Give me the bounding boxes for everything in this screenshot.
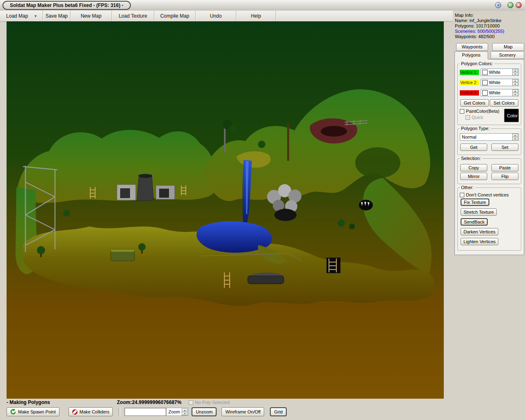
- tab-scenery[interactable]: Scenery: [491, 51, 524, 59]
- map-info-sceneries: Sceneries: 500/500(255): [455, 29, 525, 34]
- polygon-colors-title: Polygon Colors:: [460, 61, 494, 66]
- polygon-type-group: Polygon Type: Normal ▲ ▼ Get Set: [457, 128, 521, 155]
- spin-up-icon[interactable]: ▲: [512, 69, 518, 73]
- fix-texture-button[interactable]: Fix Texture: [461, 199, 489, 206]
- map-canvas[interactable]: [7, 21, 444, 399]
- color-buttons-row: Get Colors Set Colors: [460, 99, 518, 107]
- vertice-1-color-select[interactable]: White ▲ ▼: [481, 68, 519, 76]
- wireframe-button[interactable]: Wireframe On/Off: [221, 407, 264, 416]
- paintcolor-area: PaintColor(Beta) Quick Color: [460, 109, 519, 122]
- sendback-button[interactable]: SendBack: [461, 218, 488, 226]
- window-title-pill: Soldat Map Maker Plus beta6 Fixed - (FPS…: [2, 1, 131, 10]
- zoom-select[interactable]: Zoom ▲ ▼: [166, 408, 188, 416]
- get-colors-button[interactable]: Get Colors: [460, 99, 489, 107]
- other-title: Other:: [460, 185, 475, 190]
- polygon-type-set-button[interactable]: Set: [491, 144, 518, 151]
- polygon-type-title: Polygon Type:: [460, 126, 491, 131]
- quick-label: Quick: [472, 115, 483, 120]
- spin-down-icon[interactable]: ▼: [512, 137, 518, 141]
- zoom-value-input[interactable]: [124, 408, 166, 416]
- vertice-1-row: Vertice 1: White ▲ ▼: [460, 68, 519, 76]
- vertice-1-color-value: White: [489, 70, 512, 75]
- tab-row-2: Polygons Scenery: [454, 51, 524, 59]
- spin-up-icon[interactable]: ▲: [512, 89, 518, 93]
- vertice-1-spinner[interactable]: ▲ ▼: [512, 69, 518, 75]
- app-window: Soldat Map Maker Plus beta6 Fixed - (FPS…: [0, 0, 525, 420]
- vertice-2-color-swatch: [482, 80, 488, 85]
- map-info-title: Map Info:: [455, 13, 525, 18]
- menu-load-map[interactable]: Load Map ▾: [0, 11, 43, 21]
- dont-conect-checkbox[interactable]: [460, 193, 464, 197]
- vertice-3-spinner[interactable]: ▲ ▼: [512, 89, 518, 96]
- menu-load-texture[interactable]: Load Texture: [112, 11, 154, 21]
- titlebar[interactable]: Soldat Map Maker Plus beta6 Fixed - (FPS…: [0, 0, 525, 11]
- tab-waypoints[interactable]: Waypoints: [456, 43, 488, 51]
- flip-button[interactable]: Flip: [491, 173, 518, 180]
- spin-down-icon[interactable]: ▼: [182, 412, 187, 415]
- maximize-button[interactable]: ❐: [507, 2, 514, 8]
- vertice-1-color-swatch: [482, 70, 488, 75]
- copy-button[interactable]: Copy: [460, 164, 487, 171]
- tab-polygons[interactable]: Polygons: [454, 51, 488, 59]
- grid-button[interactable]: Grid: [270, 407, 287, 416]
- vertice-2-spinner[interactable]: ▲ ▼: [512, 79, 518, 86]
- menu-compile-map[interactable]: Compile Map: [154, 11, 196, 21]
- toolbar-separator: [119, 408, 120, 416]
- paintcolor-checkbox[interactable]: [460, 109, 464, 114]
- polygons-tab-panel: Polygon Colors: Vertice 1: White ▲ ▼ Ver…: [454, 59, 524, 255]
- stretch-texture-button[interactable]: Stretch Texture: [461, 208, 497, 216]
- mirror-button[interactable]: Mirror: [460, 173, 487, 180]
- color-button[interactable]: Color: [504, 109, 519, 122]
- zoom-spinner[interactable]: ▲ ▼: [182, 409, 187, 415]
- spawn-point-icon: [10, 409, 16, 415]
- spin-up-icon[interactable]: ▲: [512, 134, 518, 137]
- menu-new-map[interactable]: New Map: [71, 11, 112, 21]
- paintcolor-checkbox-row[interactable]: PaintColor(Beta): [460, 109, 504, 114]
- menu-undo-label: Undo: [210, 13, 222, 19]
- spin-up-icon[interactable]: ▲: [182, 409, 187, 412]
- dont-conect-checkbox-row[interactable]: Don't Conect vertices: [460, 192, 519, 197]
- darken-vertices-button[interactable]: Darken Vertices: [461, 228, 498, 235]
- make-colliders-label: Make Colliders: [80, 409, 110, 414]
- map-info-name: Name: inf_JungleStrike: [455, 18, 525, 23]
- spin-up-icon[interactable]: ▲: [512, 79, 518, 83]
- other-group: Other: Don't Conect vertices Fix Texture…: [457, 187, 521, 251]
- polygon-colors-group: Polygon Colors: Vertice 1: White ▲ ▼ Ver…: [457, 64, 521, 125]
- polygon-type-get-button[interactable]: Get: [460, 144, 487, 151]
- polygon-type-spinner[interactable]: ▲ ▼: [512, 134, 518, 140]
- menu-undo[interactable]: Undo: [196, 11, 236, 21]
- menu-help[interactable]: Help: [236, 11, 276, 21]
- polygon-type-value: Normal: [460, 135, 512, 139]
- vertice-1-label: Vertice 1:: [460, 70, 479, 75]
- vertice-3-label: Vertice 3:: [460, 90, 479, 96]
- spin-down-icon[interactable]: ▼: [512, 83, 518, 86]
- map-info: Map Info: Name: inf_JungleStrike Polygon…: [453, 11, 525, 39]
- status-zoom: Zoom:24.99999996076687%: [117, 399, 181, 405]
- menu-save-map[interactable]: Save Map: [43, 11, 71, 21]
- quick-checkbox: [466, 115, 470, 120]
- no-poly-selected-row: No Poly Selected: [189, 400, 229, 405]
- paste-button[interactable]: Paste: [491, 164, 518, 171]
- minimize-button[interactable]: ▼: [495, 2, 501, 8]
- zoom-select-value: Zoom: [167, 409, 182, 414]
- close-button[interactable]: ✕: [516, 2, 522, 8]
- vertice-3-row: Vertice 3: White ▲ ▼: [460, 89, 519, 96]
- menu-compile-map-label: Compile Map: [160, 13, 189, 19]
- selection-title: Selection:: [460, 156, 482, 161]
- load-map-dropdown-icon[interactable]: ▾: [34, 14, 37, 18]
- spin-down-icon[interactable]: ▼: [512, 73, 518, 76]
- map-info-waypoints: Waypoints: 482/500: [455, 34, 525, 39]
- make-colliders-button[interactable]: Make Colliders: [68, 407, 113, 416]
- set-colors-button[interactable]: Set Colors: [490, 99, 518, 107]
- menu-load-map-label: Load Map: [6, 13, 28, 19]
- vertice-2-row: Vertice 2: White ▲ ▼: [460, 79, 519, 86]
- unzoom-button[interactable]: Unzoom: [192, 407, 217, 416]
- vertice-2-color-select[interactable]: White ▲ ▼: [481, 79, 519, 86]
- polygon-type-select[interactable]: Normal ▲ ▼: [460, 133, 519, 141]
- tab-map[interactable]: Map: [492, 43, 524, 51]
- vertice-3-color-select[interactable]: White ▲ ▼: [481, 89, 519, 96]
- make-spawn-point-button[interactable]: Make Spawn Point: [7, 407, 59, 416]
- lighten-vertices-button[interactable]: Lighten Vertices: [461, 238, 498, 245]
- spin-down-icon[interactable]: ▼: [512, 93, 518, 96]
- no-poly-selected-label: No Poly Selected: [195, 400, 229, 405]
